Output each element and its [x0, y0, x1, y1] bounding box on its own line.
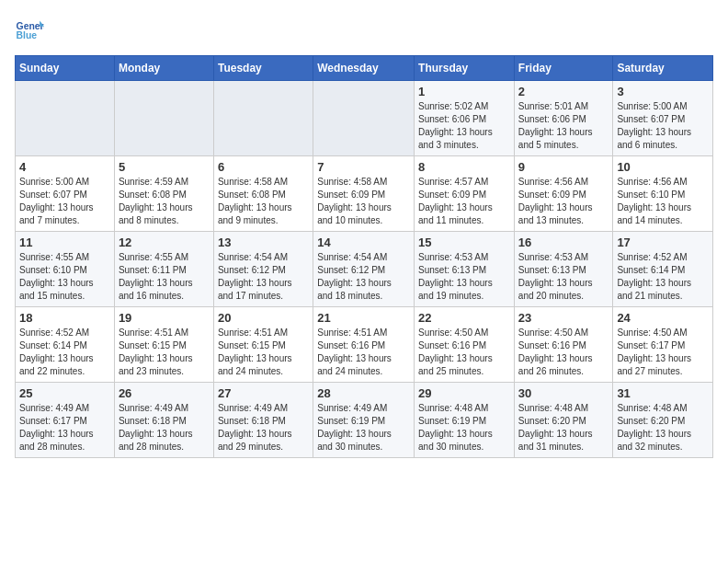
day-number: 6 [218, 160, 309, 174]
day-number: 11 [19, 236, 110, 249]
day-cell: 13Sunrise: 4:54 AM Sunset: 6:12 PM Dayli… [213, 232, 313, 307]
day-number: 2 [518, 85, 609, 98]
day-number: 31 [617, 386, 709, 400]
day-info: Sunrise: 5:00 AM Sunset: 6:07 PM Dayligh… [617, 100, 709, 152]
day-info: Sunrise: 4:57 AM Sunset: 6:09 PM Dayligh… [418, 176, 510, 227]
day-cell [114, 81, 213, 156]
day-cell: 8Sunrise: 4:57 AM Sunset: 6:09 PM Daylig… [415, 156, 515, 232]
day-number: 3 [617, 85, 709, 98]
day-cell: 4Sunrise: 5:00 AM Sunset: 6:07 PM Daylig… [16, 156, 115, 232]
day-info: Sunrise: 4:48 AM Sunset: 6:19 PM Dayligh… [418, 402, 510, 454]
day-info: Sunrise: 4:56 AM Sunset: 6:10 PM Dayligh… [617, 176, 709, 227]
logo-icon: General Blue [15, 15, 44, 44]
day-info: Sunrise: 4:49 AM Sunset: 6:19 PM Dayligh… [317, 402, 410, 454]
day-number: 20 [218, 311, 309, 325]
day-cell: 12Sunrise: 4:55 AM Sunset: 6:11 PM Dayli… [114, 232, 213, 307]
day-number: 10 [617, 160, 709, 174]
day-info: Sunrise: 5:00 AM Sunset: 6:07 PM Dayligh… [19, 176, 110, 227]
day-info: Sunrise: 4:59 AM Sunset: 6:08 PM Dayligh… [119, 176, 210, 227]
weekday-header-wednesday: Wednesday [313, 56, 415, 81]
day-cell: 29Sunrise: 4:48 AM Sunset: 6:19 PM Dayli… [415, 383, 515, 458]
day-cell: 5Sunrise: 4:59 AM Sunset: 6:08 PM Daylig… [114, 156, 213, 232]
svg-text:Blue: Blue [17, 30, 38, 40]
day-info: Sunrise: 5:02 AM Sunset: 6:06 PM Dayligh… [418, 100, 510, 152]
day-info: Sunrise: 4:53 AM Sunset: 6:13 PM Dayligh… [518, 251, 609, 303]
day-number: 16 [518, 236, 609, 249]
day-info: Sunrise: 4:49 AM Sunset: 6:18 PM Dayligh… [119, 402, 210, 454]
day-number: 26 [119, 386, 210, 400]
day-number: 8 [418, 160, 510, 174]
day-number: 4 [19, 160, 110, 174]
day-cell: 7Sunrise: 4:58 AM Sunset: 6:09 PM Daylig… [313, 156, 415, 232]
day-cell: 1Sunrise: 5:02 AM Sunset: 6:06 PM Daylig… [415, 81, 515, 156]
day-number: 30 [518, 386, 609, 400]
day-number: 22 [418, 311, 510, 325]
day-cell: 6Sunrise: 4:58 AM Sunset: 6:08 PM Daylig… [213, 156, 313, 232]
day-info: Sunrise: 4:55 AM Sunset: 6:11 PM Dayligh… [119, 251, 210, 303]
day-cell [313, 81, 415, 156]
day-number: 23 [518, 311, 609, 325]
day-number: 28 [317, 386, 410, 400]
day-cell: 26Sunrise: 4:49 AM Sunset: 6:18 PM Dayli… [114, 383, 213, 458]
day-info: Sunrise: 4:54 AM Sunset: 6:12 PM Dayligh… [317, 251, 410, 303]
weekday-header-monday: Monday [114, 56, 213, 81]
day-cell: 22Sunrise: 4:50 AM Sunset: 6:16 PM Dayli… [415, 307, 515, 383]
day-number: 14 [317, 236, 410, 249]
day-cell: 30Sunrise: 4:48 AM Sunset: 6:20 PM Dayli… [514, 383, 613, 458]
weekday-header-saturday: Saturday [613, 56, 713, 81]
day-cell: 17Sunrise: 4:52 AM Sunset: 6:14 PM Dayli… [613, 232, 713, 307]
day-info: Sunrise: 4:49 AM Sunset: 6:17 PM Dayligh… [19, 402, 110, 454]
day-number: 13 [218, 236, 309, 249]
day-cell: 21Sunrise: 4:51 AM Sunset: 6:16 PM Dayli… [313, 307, 415, 383]
day-cell: 15Sunrise: 4:53 AM Sunset: 6:13 PM Dayli… [415, 232, 515, 307]
day-cell: 9Sunrise: 4:56 AM Sunset: 6:09 PM Daylig… [514, 156, 613, 232]
logo: General Blue [15, 15, 48, 44]
day-number: 24 [617, 311, 709, 325]
day-cell: 2Sunrise: 5:01 AM Sunset: 6:06 PM Daylig… [514, 81, 613, 156]
weekday-header-thursday: Thursday [415, 56, 515, 81]
day-info: Sunrise: 4:51 AM Sunset: 6:15 PM Dayligh… [218, 327, 309, 378]
day-cell: 14Sunrise: 4:54 AM Sunset: 6:12 PM Dayli… [313, 232, 415, 307]
day-number: 15 [418, 236, 510, 249]
day-info: Sunrise: 4:58 AM Sunset: 6:09 PM Dayligh… [317, 176, 410, 227]
day-info: Sunrise: 4:53 AM Sunset: 6:13 PM Dayligh… [418, 251, 510, 303]
day-cell: 24Sunrise: 4:50 AM Sunset: 6:17 PM Dayli… [613, 307, 713, 383]
day-number: 5 [119, 160, 210, 174]
day-cell: 31Sunrise: 4:48 AM Sunset: 6:20 PM Dayli… [613, 383, 713, 458]
day-info: Sunrise: 4:51 AM Sunset: 6:16 PM Dayligh… [317, 327, 410, 378]
weekday-header-row: SundayMondayTuesdayWednesdayThursdayFrid… [16, 56, 713, 81]
day-number: 19 [119, 311, 210, 325]
day-info: Sunrise: 4:55 AM Sunset: 6:10 PM Dayligh… [19, 251, 110, 303]
day-info: Sunrise: 4:50 AM Sunset: 6:16 PM Dayligh… [518, 327, 609, 378]
day-cell: 11Sunrise: 4:55 AM Sunset: 6:10 PM Dayli… [16, 232, 115, 307]
day-number: 27 [218, 386, 309, 400]
day-number: 21 [317, 311, 410, 325]
week-row-2: 4Sunrise: 5:00 AM Sunset: 6:07 PM Daylig… [16, 156, 713, 232]
day-cell: 20Sunrise: 4:51 AM Sunset: 6:15 PM Dayli… [213, 307, 313, 383]
day-cell: 3Sunrise: 5:00 AM Sunset: 6:07 PM Daylig… [613, 81, 713, 156]
day-cell: 16Sunrise: 4:53 AM Sunset: 6:13 PM Dayli… [514, 232, 613, 307]
weekday-header-sunday: Sunday [16, 56, 115, 81]
day-cell: 25Sunrise: 4:49 AM Sunset: 6:17 PM Dayli… [16, 383, 115, 458]
day-cell: 18Sunrise: 4:52 AM Sunset: 6:14 PM Dayli… [16, 307, 115, 383]
week-row-1: 1Sunrise: 5:02 AM Sunset: 6:06 PM Daylig… [16, 81, 713, 156]
day-cell: 10Sunrise: 4:56 AM Sunset: 6:10 PM Dayli… [613, 156, 713, 232]
week-row-3: 11Sunrise: 4:55 AM Sunset: 6:10 PM Dayli… [16, 232, 713, 307]
day-number: 29 [418, 386, 510, 400]
day-cell: 19Sunrise: 4:51 AM Sunset: 6:15 PM Dayli… [114, 307, 213, 383]
day-info: Sunrise: 4:50 AM Sunset: 6:16 PM Dayligh… [418, 327, 510, 378]
day-cell: 27Sunrise: 4:49 AM Sunset: 6:18 PM Dayli… [213, 383, 313, 458]
day-number: 18 [19, 311, 110, 325]
day-number: 17 [617, 236, 709, 249]
day-info: Sunrise: 4:52 AM Sunset: 6:14 PM Dayligh… [617, 251, 709, 303]
day-cell [16, 81, 115, 156]
day-info: Sunrise: 4:54 AM Sunset: 6:12 PM Dayligh… [218, 251, 309, 303]
day-cell: 28Sunrise: 4:49 AM Sunset: 6:19 PM Dayli… [313, 383, 415, 458]
day-number: 12 [119, 236, 210, 249]
day-number: 1 [418, 85, 510, 98]
day-info: Sunrise: 4:58 AM Sunset: 6:08 PM Dayligh… [218, 176, 309, 227]
day-cell [213, 81, 313, 156]
day-info: Sunrise: 4:56 AM Sunset: 6:09 PM Dayligh… [518, 176, 609, 227]
day-cell: 23Sunrise: 4:50 AM Sunset: 6:16 PM Dayli… [514, 307, 613, 383]
day-number: 9 [518, 160, 609, 174]
